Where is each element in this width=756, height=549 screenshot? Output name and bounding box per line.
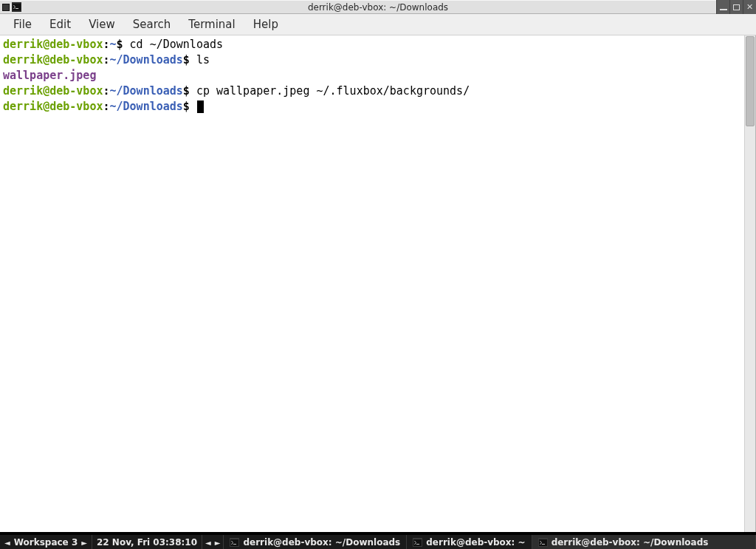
svg-rect-5: [416, 544, 419, 545]
window-titlebar: derrik@deb-vbox: ~/Downloads: [0, 0, 756, 14]
menubar: File Edit View Search Terminal Help: [0, 14, 756, 35]
task-title: derrik@deb-vbox: ~/Downloads: [551, 537, 709, 548]
window-title: derrik@deb-vbox: ~/Downloads: [308, 2, 448, 13]
svg-rect-7: [542, 544, 545, 545]
svg-rect-1: [16, 8, 18, 9]
scrollbar-thumb[interactable]: [746, 36, 755, 126]
terminal-area[interactable]: derrik@deb-vbox:~$ cd ~/Downloads derrik…: [0, 35, 756, 532]
terminal-icon: [230, 538, 239, 547]
maximize-button[interactable]: [729, 0, 743, 14]
taskbar-task[interactable]: derrik@deb-vbox: ~: [407, 535, 532, 549]
svg-rect-4: [413, 539, 422, 546]
fluxbox-taskbar: ◄ Workspace 3 ► 22 Nov, Fri 03:38:10 ◄ ►…: [0, 534, 756, 549]
terminal-icon: [413, 538, 422, 547]
terminal-output[interactable]: derrik@deb-vbox:~$ cd ~/Downloads derrik…: [0, 35, 755, 116]
svg-rect-6: [539, 539, 547, 546]
taskbar-task-active[interactable]: derrik@deb-vbox: ~/Downloads: [532, 535, 756, 549]
menu-help[interactable]: Help: [244, 15, 287, 34]
task-pager[interactable]: ◄ ►: [202, 535, 224, 549]
menu-search[interactable]: Search: [124, 15, 180, 34]
task-title: derrik@deb-vbox: ~/Downloads: [243, 537, 400, 548]
menu-file[interactable]: File: [4, 15, 41, 34]
terminal-icon: [538, 538, 548, 547]
minimize-button[interactable]: [716, 0, 729, 14]
clock-text: 22 Nov, Fri 03:38:10: [97, 537, 197, 548]
taskbar-task[interactable]: derrik@deb-vbox: ~/Downloads: [224, 535, 407, 549]
taskbar-clock: 22 Nov, Fri 03:38:10: [92, 535, 202, 549]
workspace-switcher[interactable]: ◄ Workspace 3 ►: [0, 535, 92, 549]
task-title: derrik@deb-vbox: ~: [426, 537, 525, 548]
svg-rect-2: [230, 539, 238, 546]
task-next-icon[interactable]: ►: [215, 539, 221, 547]
svg-rect-3: [233, 544, 236, 545]
window-menu-button[interactable]: [2, 4, 10, 11]
workspace-next-icon[interactable]: ►: [81, 539, 87, 547]
menu-view[interactable]: View: [80, 15, 124, 34]
menu-terminal[interactable]: Terminal: [179, 15, 244, 34]
task-prev-icon[interactable]: ◄: [205, 539, 211, 547]
terminal-app-icon: [12, 2, 21, 12]
scrollbar[interactable]: [744, 35, 755, 532]
close-button[interactable]: [743, 0, 756, 14]
workspace-label: Workspace 3: [14, 537, 78, 548]
workspace-prev-icon[interactable]: ◄: [4, 539, 10, 547]
svg-rect-0: [13, 4, 21, 10]
menu-edit[interactable]: Edit: [41, 15, 80, 34]
